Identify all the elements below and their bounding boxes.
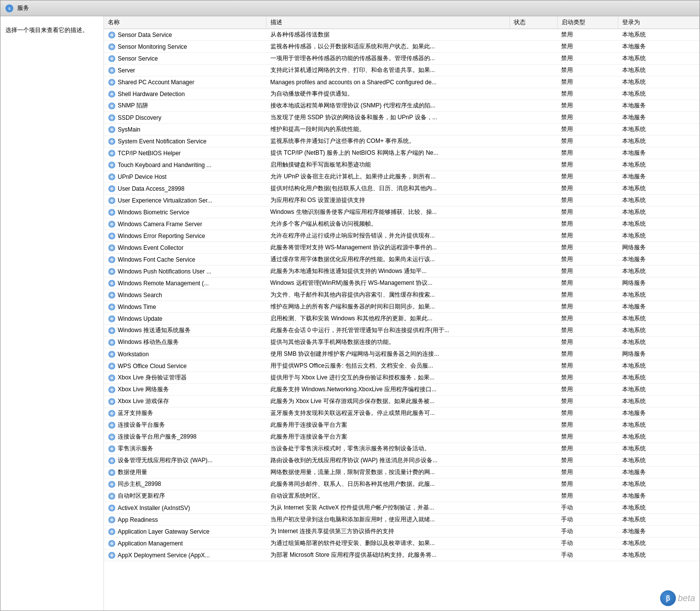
- svg-point-59: [110, 365, 113, 368]
- table-row[interactable]: ActiveX Installer (AxInstSV) 为从 Internet…: [104, 502, 700, 514]
- table-row[interactable]: Application Layer Gateway Service 为 Inte…: [104, 526, 700, 538]
- table-row[interactable]: UPnP Device Host 允许 UPnP 设备宿主在此计算机上。如果停止…: [104, 171, 700, 183]
- service-startup-cell: 禁用: [557, 266, 618, 277]
- col-header-logon[interactable]: 登录为: [618, 16, 700, 29]
- table-row[interactable]: TCP/IP NetBIOS Helper 提供 TCP/IP (NetBT) …: [104, 147, 700, 159]
- table-row[interactable]: Windows 移动热点服务 提供与其他设备共享手机网络数据连接的功能。禁用本地…: [104, 337, 700, 348]
- table-row[interactable]: AppX Deployment Service (AppX... 为部署 Mic…: [104, 549, 700, 561]
- service-startup-cell: 手动: [557, 514, 618, 526]
- service-icon: [108, 492, 116, 500]
- table-row[interactable]: System Event Notification Service 监视系统事件…: [104, 136, 700, 147]
- service-status-cell: [510, 289, 557, 301]
- service-desc-cell: 为文件、电子邮件和其他内容提供内容索引、属性缓存和搜索...: [267, 289, 510, 301]
- table-row[interactable]: Windows Time 维护在网络上的所有客户端和服务器的时间和日期同步。如果…: [104, 301, 700, 313]
- service-icon: [108, 327, 116, 335]
- table-row[interactable]: Windows Font Cache Service 通过缓存常用字体数据优化应…: [104, 254, 700, 266]
- service-logon-cell: 本地系统: [618, 443, 700, 455]
- table-row[interactable]: Windows Search 为文件、电子邮件和其他内容提供内容索引、属性缓存和…: [104, 289, 700, 301]
- table-row[interactable]: Windows Biometric Service Windows 生物识别服务…: [104, 206, 700, 218]
- service-status-cell: [510, 136, 557, 147]
- service-logon-cell: 本地服务: [618, 100, 700, 112]
- table-row[interactable]: App Readiness 当用户初次登录到这台电脑和添加新应用时，使应用进入就…: [104, 514, 700, 526]
- service-startup-cell: 禁用: [557, 455, 618, 467]
- service-desc-cell: 维护和提高一段时间内的系统性能。: [267, 124, 510, 136]
- service-icon: [108, 398, 116, 406]
- table-row[interactable]: Windows Camera Frame Server 允许多个客户端从相机设备…: [104, 218, 700, 230]
- service-name-label: Windows 推送通知系统服务: [118, 326, 191, 335]
- service-icon: [108, 540, 116, 547]
- service-name-cell: SysMain: [104, 124, 267, 136]
- table-row[interactable]: Windows Update 启用检测、下载和安装 Windows 和其他程序的…: [104, 313, 700, 325]
- table-row[interactable]: Windows Push Notifications User ... 此服务为…: [104, 266, 700, 277]
- service-desc-cell: 自动设置系统时区。: [267, 490, 510, 502]
- svg-point-57: [110, 353, 113, 356]
- table-row[interactable]: 设备管理无线应用程序协议 (WAP)... 路由设备收到的无线应用程序协议 (W…: [104, 455, 700, 467]
- table-row[interactable]: 数据使用量 网络数据使用量，流量上限，限制背景数据，按流量计费的网...禁用本地…: [104, 467, 700, 478]
- table-row[interactable]: 零售演示服务 当设备处于零售演示模式时，零售演示服务将控制设备活动。禁用本地系统: [104, 443, 700, 455]
- service-logon-cell: 本地系统: [618, 230, 700, 242]
- table-row[interactable]: Windows 推送通知系统服务 此服务在会话 0 中运行，并托管管理通知平台和…: [104, 325, 700, 337]
- service-status-cell: [510, 195, 557, 206]
- table-row[interactable]: User Experience Virtualization Ser... 为应…: [104, 195, 700, 206]
- service-status-cell: [510, 301, 557, 313]
- service-logon-cell: 本地系统: [618, 29, 700, 41]
- table-row[interactable]: User Data Access_28998 提供对结构化用户数据(包括联系人信…: [104, 183, 700, 195]
- service-status-cell: [510, 41, 557, 53]
- service-desc-cell: 此服务支持 Windows.Networking.XboxLive 应用程序编程…: [267, 384, 510, 396]
- table-row[interactable]: 连接设备平台服务 此服务用于连接设备平台方案禁用本地系统: [104, 419, 700, 431]
- service-logon-cell: 本地系统: [618, 538, 700, 549]
- table-row[interactable]: Xbox Live 身份验证管理器 提供用于与 Xbox Live 进行交互的身…: [104, 372, 700, 384]
- table-row[interactable]: SSDP Discovery 当发现了使用 SSDP 协议的网络设备和服务，如 …: [104, 112, 700, 124]
- table-row[interactable]: Workstation 使用 SMB 协议创建并维护客户端网络与远程服务器之间的…: [104, 348, 700, 360]
- service-startup-cell: 禁用: [557, 159, 618, 171]
- service-status-cell: [510, 112, 557, 124]
- table-body: Sensor Data Service 从各种传感器传送数据禁用本地系统 Sen…: [104, 29, 700, 561]
- service-name-label: Windows Push Notifications User ...: [118, 268, 211, 275]
- service-status-cell: [510, 206, 557, 218]
- service-status-cell: [510, 419, 557, 431]
- svg-point-45: [110, 282, 113, 285]
- service-name-label: Touch Keyboard and Handwriting ...: [118, 162, 211, 169]
- service-status-cell: [510, 147, 557, 159]
- table-row[interactable]: SysMain 维护和提高一段时间内的系统性能。禁用本地系统: [104, 124, 700, 136]
- table-row[interactable]: Xbox Live 网络服务 此服务支持 Windows.Networking.…: [104, 384, 700, 396]
- service-desc-cell: 允许在程序停止运行或停止响应时报告错误，并允许提供现有...: [267, 230, 510, 242]
- table-row[interactable]: Shared PC Account Manager Manages profil…: [104, 76, 700, 88]
- table-row[interactable]: 同步主机_28998 此服务将同步邮件、联系人、日历和各种其他用户数据。此服..…: [104, 478, 700, 490]
- svg-point-71: [110, 436, 113, 439]
- svg-point-49: [110, 306, 113, 308]
- service-icon: [108, 31, 116, 39]
- header-row: 名称 描述 状态 启动类型 登录为: [104, 16, 700, 29]
- table-row[interactable]: Sensor Monitoring Service 监视各种传感器，以公开数据和…: [104, 41, 700, 53]
- col-header-name[interactable]: 名称: [104, 16, 267, 29]
- svg-point-87: [110, 530, 113, 533]
- table-row[interactable]: Windows Event Collector 此服务将管理对支持 WS-Man…: [104, 242, 700, 254]
- table-row[interactable]: WPS Office Cloud Service 用于提供WPS Office云…: [104, 360, 700, 372]
- table-row[interactable]: SNMP 陷阱 接收本地或远程简单网络管理协议 (SNMP) 代理程序生成的陷.…: [104, 100, 700, 112]
- col-header-startup[interactable]: 启动类型: [557, 16, 618, 29]
- table-row[interactable]: 自动时区更新程序 自动设置系统时区。禁用本地服务: [104, 490, 700, 502]
- table-row[interactable]: Application Management 为通过组策略部署的软件处理安装、删…: [104, 538, 700, 549]
- table-row[interactable]: Windows Error Reporting Service 允许在程序停止运…: [104, 230, 700, 242]
- table-row[interactable]: Windows Remote Management (... Windows 远…: [104, 277, 700, 289]
- service-table-container[interactable]: 名称 描述 状态 启动类型 登录为 Sensor Data Service: [104, 16, 700, 611]
- table-row[interactable]: 连接设备平台用户服务_28998 此服务用于连接设备平台方案禁用本地系统: [104, 431, 700, 443]
- service-icon: [108, 291, 116, 299]
- table-row[interactable]: 蓝牙支持服务 蓝牙服务支持发现和关联远程蓝牙设备。停止或禁用此服务可...禁用本…: [104, 407, 700, 419]
- service-name-cell: AppX Deployment Service (AppX...: [104, 549, 267, 561]
- table-row[interactable]: Server 支持此计算机通过网络的文件、打印、和命名管道共享。如果...禁用本…: [104, 65, 700, 76]
- table-row[interactable]: Sensor Service 一项用于管理各种传感器的功能的传感器服务。管理传感…: [104, 53, 700, 65]
- col-header-desc[interactable]: 描述: [267, 16, 510, 29]
- table-row[interactable]: Shell Hardware Detection 为自动播放硬件事件提供通知。禁…: [104, 88, 700, 100]
- table-row[interactable]: Xbox Live 游戏保存 此服务为 Xbox Live 可保存游戏同步保存数…: [104, 396, 700, 407]
- service-status-cell: [510, 183, 557, 195]
- service-status-cell: [510, 277, 557, 289]
- service-status-cell: [510, 100, 557, 112]
- service-name-cell: Windows Remote Management (...: [104, 277, 267, 289]
- service-name-label: Shell Hardware Detection: [118, 91, 185, 98]
- col-header-status[interactable]: 状态: [510, 16, 557, 29]
- table-row[interactable]: Touch Keyboard and Handwriting ... 启用触摸键…: [104, 159, 700, 171]
- service-desc-cell: 此服务为 Xbox Live 可保存游戏同步保存数据。如果此服务被...: [267, 396, 510, 407]
- table-row[interactable]: Sensor Data Service 从各种传感器传送数据禁用本地系统: [104, 29, 700, 41]
- service-name-cell: Touch Keyboard and Handwriting ...: [104, 159, 267, 171]
